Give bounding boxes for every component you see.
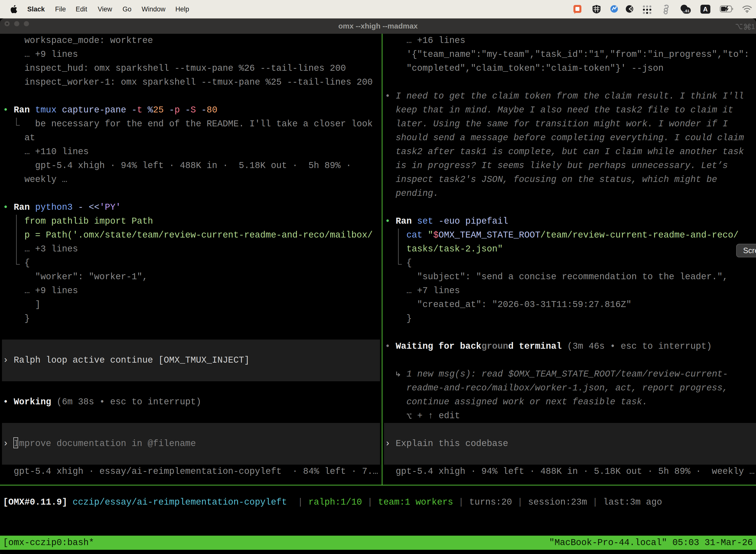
svg-text:..61: ..61 — [683, 9, 690, 13]
